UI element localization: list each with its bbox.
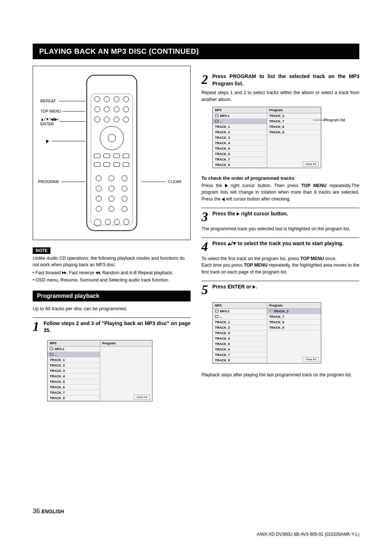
step-1-title: Follow steps 2 and 3 of "Playing back an… xyxy=(44,320,191,334)
os-head-right: Program xyxy=(100,340,152,347)
right-cursor-icon xyxy=(225,184,228,187)
prog-intro: Up to 60 tracks per disc can be programm… xyxy=(33,305,191,312)
step-2-title: Press PROGRAM to list the selected track… xyxy=(212,73,359,87)
right-cursor-icon xyxy=(237,212,240,216)
note-bullet-1: • Fast forward , Fast reverse , Random a… xyxy=(33,270,191,276)
subhead-check-order: To check the order of programmed tracks xyxy=(201,175,359,181)
note-bullet-2: • OSD menu, Resume, Surround and Selecti… xyxy=(33,277,191,283)
label-topmenu: TOP MENU xyxy=(40,109,61,113)
step-4-title: Press / to select the track you want to … xyxy=(212,240,344,247)
onscreen-display-3: MP3 Program MP3-1 .. TRACK_1 TRACK_2 TRA… xyxy=(212,302,321,364)
step-4: 4 Press / to select the track you want t… xyxy=(201,238,359,253)
step-5: 5 Press ENTER or . xyxy=(201,281,359,296)
clear-all-button: Clear All xyxy=(134,395,150,400)
step-4-body-1: To select the first track on the program… xyxy=(201,255,359,262)
step-5-title: Press ENTER or . xyxy=(212,283,257,291)
fast-forward-icon xyxy=(62,270,66,275)
up-cursor-icon xyxy=(228,242,231,245)
note-label: NOTE xyxy=(33,247,50,254)
step-3: 3 Press the right cursor button. xyxy=(201,208,359,223)
label-repeat: REPEAT xyxy=(40,99,56,103)
page-number: 36 xyxy=(33,507,40,515)
step-4-body-2: Each time you press TOP MENU repeatedly,… xyxy=(201,262,359,276)
step-5-body: Playback stops after playing the last pr… xyxy=(201,372,359,378)
step-4-number: 4 xyxy=(201,240,208,253)
section-programmed-playback: Programmed playback xyxy=(33,291,191,301)
fast-reverse-icon xyxy=(95,270,100,275)
step-2-body: Repeat steps 1 and 2 to select tracks wi… xyxy=(201,89,359,103)
label-program: PROGRAM xyxy=(38,179,59,184)
folder-icon xyxy=(50,353,53,356)
onscreen-display-2: MP3 Program MP3-1 .. TRACK_1 TRACK_2 TRA… xyxy=(212,107,321,168)
check-icon xyxy=(269,310,272,313)
page-language: ENGLISH xyxy=(41,509,64,514)
folder-icon xyxy=(50,348,53,350)
os-up: .. xyxy=(55,353,57,356)
step-2: 2 Press PROGRAM to list the selected tra… xyxy=(201,71,359,87)
step-1: 1 Follow steps 2 and 3 of "Playing back … xyxy=(33,317,191,334)
step-2-number: 2 xyxy=(201,73,208,86)
step-3-number: 3 xyxy=(201,210,208,223)
step-1-number: 1 xyxy=(33,320,39,333)
note-block: NOTE Unlike Audio CD operations, the fol… xyxy=(33,247,191,283)
label-clear: CLEAR xyxy=(168,179,181,184)
os-head-left: MP3 xyxy=(48,340,100,347)
label-dpad: ▲/▼/◀/▶/ ENTER xyxy=(40,117,58,126)
page-footer: 36 ENGLISH xyxy=(33,507,359,515)
os-folder: MP3-1 xyxy=(55,347,65,351)
page-title: PLAYING BACK AN MP3 DISC (CONTINUED) xyxy=(33,44,359,59)
remote-diagram: REPEAT TOP MENU ▲/▼/◀/▶/ ENTER PROGRAM C… xyxy=(33,66,191,240)
document-id: AIWA XD-DV380U 8B-AV3-905-01 (010209AMK-… xyxy=(257,532,359,537)
down-cursor-icon xyxy=(233,242,236,245)
check-order-body: Press the right cursor button. Then pres… xyxy=(201,182,359,203)
step-3-body: The programmed track you selected last i… xyxy=(201,226,359,232)
step-5-number: 5 xyxy=(201,283,208,296)
label-play xyxy=(46,139,49,143)
step-3-title: Press the right cursor button. xyxy=(212,210,288,218)
onscreen-display-1: MP3 Program MP3-1 .. TRACK_1 TRACK_2 TRA… xyxy=(47,340,152,401)
note-italic: Unlike Audio CD operations xyxy=(33,256,88,261)
